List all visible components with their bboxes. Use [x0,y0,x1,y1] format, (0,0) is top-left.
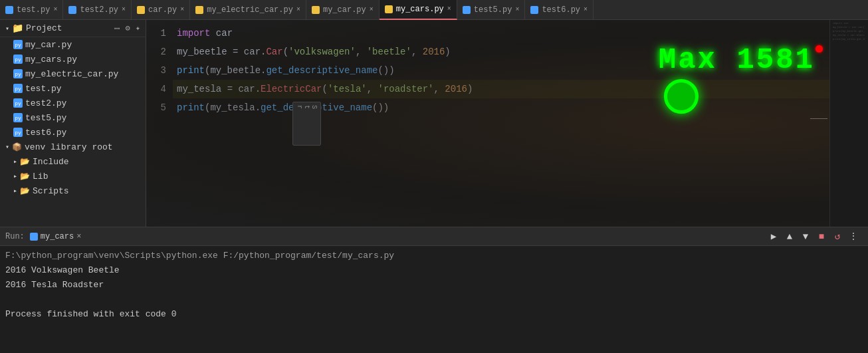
sidebar-item-my-electric-car[interactable]: py my_electric_car.py [8,66,146,81]
sidebar-item-my-cars[interactable]: py my_cars.py [8,52,146,66]
tab-label: my_electric_car.py [207,5,293,15]
sidebar-item-test2[interactable]: py test2.py [8,96,146,110]
venv-name: venv library root [25,142,113,152]
close-icon[interactable]: × [515,6,519,13]
run-more-button[interactable]: ⋮ [847,230,860,243]
sidebar-item-lib[interactable]: ▸ 📂 Lib [8,169,146,183]
run-up-button[interactable]: ▲ [783,230,796,243]
sidebar-item-my-car[interactable]: py my_car.py [8,37,146,52]
tab-my-car-py[interactable]: my_car.py × [306,0,380,20]
py-file-icon: py [13,113,23,122]
close-icon[interactable]: × [370,6,374,13]
close-icon[interactable]: × [180,6,184,13]
file-name: test2.py [25,98,66,108]
tab-label: my_cars.py [396,5,444,14]
output-result-1: 2016 Volkswagen Beetle [5,263,120,278]
sidebar-item-test5[interactable]: py test5.py [8,110,146,125]
venv-children: ▸ 📂 Include ▸ 📂 Lib ▸ 📂 Scripts [0,154,146,198]
tab-test2-py[interactable]: test2.py × [63,0,132,20]
folder-icon: 📂 [20,172,30,181]
py-file-icon: py [13,98,23,108]
editor-content: 1 2 3 4 5 import car my_beetle = car.Car… [146,20,868,227]
sidebar-item-test6[interactable]: py test6.py [8,125,146,140]
tab-label: my_car.py [323,5,366,15]
expand-icon: ▸ [13,158,17,166]
line-numbers: 1 2 3 4 5 [146,20,173,227]
structure-button[interactable]: Str [294,104,319,144]
py-file-icon [68,6,76,14]
tab-test6-py[interactable]: test6.py × [525,0,594,20]
code-line-3: print(my_beetle.get_descriptive_name()) [173,61,868,80]
venv-icon: 📦 [12,142,22,152]
output-command-line: F:\python_program\venv\Scripts\python.ex… [5,249,863,263]
code-line-1: import car [173,24,868,43]
py-file-icon: py [13,40,23,49]
tab-test5-py[interactable]: test5.py × [457,0,526,20]
sidebar-item-include[interactable]: ▸ 📂 Include [8,154,146,169]
py-file-icon: py [13,55,23,64]
tab-test-py[interactable]: test.py × [0,0,63,20]
py-file-icon [5,6,13,14]
tab-my-cars-py[interactable]: my_cars.py × [380,0,457,20]
project-header[interactable]: ▾ 📁 Project ⋯ ⚙ ✦ [0,20,146,37]
file-name: my_cars.py [25,55,77,64]
minimap-content: import car my_beetle = car.Car( print(my… [830,20,868,43]
run-tab-close-icon[interactable]: × [76,232,81,241]
py-file-icon: py [13,69,23,78]
close-icon[interactable]: × [447,5,451,13]
sidebar-item-scripts[interactable]: ▸ 📂 Scripts [8,183,146,198]
collapse-icon: ▾ [5,143,9,151]
tab-label: car.py [148,5,177,15]
code-line-2: my_beetle = car.Car('volkswagen', 'beetl… [173,43,868,61]
run-tab-bar: Run: my_cars × ▶ ▲ ▼ ■ ↺ ⋮ [0,227,868,246]
terminal-output[interactable]: F:\python_program\venv\Scripts\python.ex… [0,246,868,353]
run-play-button[interactable]: ▶ [767,230,780,243]
tab-label: test2.py [80,5,118,15]
run-tab[interactable]: my_cars × [30,232,82,241]
tab-bar: test.py × test2.py × car.py × my_electri… [0,0,868,20]
file-name: my_car.py [25,40,72,50]
output-command-text: F:\python_program\venv\Scripts\python.ex… [5,249,394,263]
tab-car-py[interactable]: car.py × [132,0,190,20]
code-line-5: print(my_tesla.get_descriptive_name()) [173,98,868,117]
code-lines[interactable]: import car my_beetle = car.Car('volkswag… [173,20,868,227]
py-file-icon: py [13,128,23,137]
expand-icon: ▸ [13,172,17,180]
output-line-blank [5,293,863,307]
project-label: Project [26,23,62,33]
tab-my-electric-car-py[interactable]: my_electric_car.py × [190,0,306,20]
py-file-icon [312,6,320,14]
run-controls: ▶ ▲ ▼ ■ ↺ ⋮ [764,230,863,243]
editor-area[interactable]: 1 2 3 4 5 import car my_beetle = car.Car… [146,20,868,227]
py-file-icon [530,6,538,14]
close-icon[interactable]: × [296,6,300,13]
run-rerun-button[interactable]: ↺ [831,230,844,243]
expand-icon: ▸ [13,187,17,195]
close-icon[interactable]: × [122,6,126,13]
run-tab-name-label: my_cars [41,232,74,241]
sparkle-icon[interactable]: ✦ [136,23,140,33]
py-file-icon: py [13,84,23,93]
run-stop-button[interactable]: ■ [815,230,828,243]
more-options-icon[interactable]: ⋯ [114,23,120,34]
close-icon[interactable]: × [53,6,57,13]
tab-label: test6.py [542,5,580,15]
code-line-4: my_tesla = car.ElectricCar('tesla', 'roa… [173,80,868,98]
folder-icon: 📂 [20,186,30,196]
sidebar-item-test[interactable]: py test.py [8,81,146,96]
output-line-1: 2016 Volkswagen Beetle [5,263,863,278]
output-line-2: 2016 Tesla Roadster [5,278,863,293]
left-side-panel: Str [292,102,321,146]
tab-label: test5.py [474,5,512,15]
file-name: test5.py [25,113,66,123]
py-file-icon [195,6,203,14]
run-down-button[interactable]: ▼ [799,230,812,243]
folder-name: Include [33,157,69,167]
close-icon[interactable]: × [584,6,588,13]
sidebar: ▾ 📁 Project ⋯ ⚙ ✦ py my_car.py py my_car… [0,20,146,227]
file-name: my_electric_car.py [25,69,118,79]
py-file-icon [463,6,471,14]
run-tab-icon [30,233,38,241]
settings-icon[interactable]: ⚙ [126,23,130,33]
venv-root-header[interactable]: ▾ 📦 venv library root [0,140,146,154]
